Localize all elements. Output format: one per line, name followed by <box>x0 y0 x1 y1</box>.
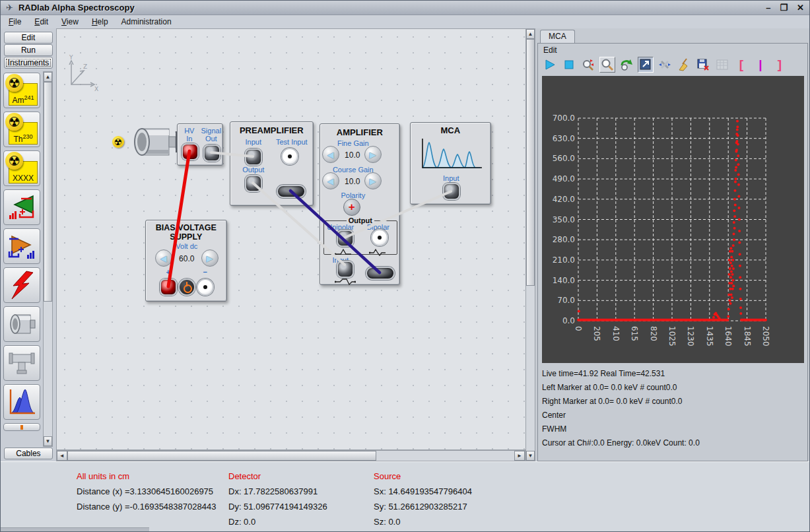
close-button[interactable]: ✕ <box>797 1 804 15</box>
palette-scroll-thumb[interactable] <box>44 82 52 302</box>
acquire-stop-button[interactable] <box>561 57 577 73</box>
mca-block[interactable]: MCA Input <box>410 122 491 205</box>
spectrum-point <box>718 317 721 319</box>
menu-administration[interactable]: Administration <box>121 17 172 26</box>
zoom-marker-button[interactable] <box>580 57 596 73</box>
canvas-hscroll-thumb[interactable] <box>67 451 376 461</box>
palette-hv-supply[interactable] <box>3 267 40 303</box>
left-marker-button[interactable]: [ <box>733 57 749 73</box>
canvas-vscroll-thumb[interactable] <box>526 39 535 286</box>
x-tick-label: 410 <box>611 326 621 341</box>
save-spectrum-button[interactable] <box>695 57 711 73</box>
palette-scroll-track[interactable] <box>44 82 52 436</box>
scroll-down-icon[interactable]: ▼ <box>44 436 52 446</box>
y-tick-label: 490.0 <box>553 174 575 183</box>
spectrum-point <box>733 209 735 212</box>
palette-detector[interactable] <box>3 306 40 342</box>
preamp-test-input-connector[interactable] <box>281 148 298 165</box>
y-tick-label: 0.0 <box>562 316 575 325</box>
course-gain-down-button[interactable]: ◀ <box>322 172 339 189</box>
x-tick-label: 2050 <box>761 326 770 347</box>
spectrum-plot: 0.070.0140.0210.0280.0350.0420.0490.0560… <box>542 76 804 363</box>
fine-gain-down-button[interactable]: ◀ <box>322 146 339 163</box>
menu-view[interactable]: View <box>61 17 79 26</box>
palette-item-partial[interactable] <box>3 423 40 431</box>
canvas-vscrollbar[interactable]: ▲ ▼ <box>525 28 535 461</box>
bias-up-button[interactable]: ▶ <box>201 249 219 267</box>
amp-power-switch[interactable] <box>366 267 395 280</box>
x-tick-label: 1230 <box>686 326 695 347</box>
cables-button[interactable]: Cables <box>4 448 53 459</box>
palette-source-custom[interactable]: XXXX☢ <box>3 150 40 186</box>
maximize-button[interactable]: ❐ <box>780 1 788 15</box>
preamplifier-block[interactable]: PREAMPLIFIER Input Test Input Output <box>230 121 314 206</box>
unipolar-connector[interactable] <box>337 230 354 247</box>
spectrum-point <box>739 265 741 267</box>
palette-source-am241[interactable]: Am241☢ <box>3 73 40 108</box>
polarity-button[interactable]: + <box>343 199 360 216</box>
y-tick-label: 210.0 <box>553 255 575 265</box>
course-gain-up-button[interactable]: ▶ <box>364 172 382 189</box>
preamp-input-connector[interactable] <box>245 149 262 166</box>
expand-plot-button[interactable] <box>638 57 654 73</box>
bipolar-connector[interactable] <box>371 229 388 246</box>
canvas-hscrollbar[interactable]: ◄ ► <box>56 450 525 461</box>
scroll-up-icon[interactable]: ▲ <box>526 29 535 39</box>
clear-spectrum-button[interactable] <box>676 57 692 73</box>
center-marker-button[interactable]: | <box>753 57 768 73</box>
menu-edit[interactable]: Edit <box>34 17 48 26</box>
detector-cylinder[interactable] <box>129 123 180 162</box>
preamp-output-connector[interactable] <box>245 175 262 192</box>
spectrum-point <box>578 310 580 313</box>
scroll-up-icon[interactable]: ▲ <box>44 72 52 82</box>
palette-mca[interactable] <box>3 384 40 420</box>
y-tick-label: 560.0 <box>553 154 575 163</box>
spectrum-point <box>731 296 733 299</box>
source-label: Th230 <box>9 133 37 144</box>
workspace-canvas[interactable]: YXZ ☢ HV In Signal Out <box>56 28 525 450</box>
hv-in-connector[interactable] <box>182 143 199 160</box>
fine-gain-up-button[interactable]: ▶ <box>364 146 382 163</box>
palette-scrollbar[interactable]: ▲ ▼ <box>43 71 53 447</box>
scroll-right-icon[interactable]: ► <box>514 451 525 461</box>
instrument-palette: Am241☢Th230☢XXXX☢ ▲ ▼ <box>2 71 55 447</box>
bias-plus-connector[interactable] <box>160 279 177 296</box>
edit-button[interactable]: Edit <box>4 32 53 44</box>
run-button[interactable]: Run <box>4 44 53 56</box>
bottom-column-line: Sy: 51.26612903285217 <box>374 502 472 512</box>
palette-source-th230[interactable]: Th230☢ <box>3 112 40 147</box>
bias-supply-block[interactable]: BIAS VOLTAGE SUPPLY Volt dc ◀ 60.0 ▶ + − <box>145 220 227 302</box>
scroll-left-icon[interactable]: ◄ <box>57 451 67 461</box>
right-marker-button[interactable]: ] <box>772 57 788 73</box>
zoom-undo-button[interactable] <box>619 57 634 73</box>
mca-edit-menu[interactable]: Edit <box>538 44 807 55</box>
canvas-vscroll-track[interactable] <box>526 39 535 451</box>
instruments-button[interactable]: Instruments <box>4 57 53 69</box>
minimize-button[interactable]: – <box>766 1 770 15</box>
palette-preamplifier[interactable] <box>3 189 40 225</box>
bottom-strip <box>1 527 149 532</box>
radiation-icon: ☢ <box>5 113 23 131</box>
tab-mca[interactable]: MCA <box>540 30 575 43</box>
bias-minus-connector[interactable] <box>197 279 214 296</box>
alpha-source-icon[interactable]: ☢ <box>112 136 124 148</box>
detector-io-block[interactable]: HV In Signal Out <box>177 123 223 166</box>
zoom-in-button[interactable] <box>599 57 615 73</box>
menu-file[interactable]: File <box>9 17 21 26</box>
calibrate-tools-button[interactable] <box>657 57 673 73</box>
spectrum-chart[interactable]: 0.070.0140.0210.0280.0350.0420.0490.0560… <box>542 76 803 363</box>
preamp-power-switch[interactable] <box>277 185 306 198</box>
mca-input-connector[interactable] <box>443 183 460 200</box>
palette-vacuum-fitting[interactable] <box>3 345 40 381</box>
acquire-start-button[interactable] <box>542 57 558 73</box>
bottom-info-panel: All units in cmDistance (x) =3.133064516… <box>1 461 809 532</box>
amp-input-connector[interactable] <box>337 261 354 278</box>
signal-out-connector[interactable] <box>203 145 220 162</box>
bias-power-button[interactable] <box>178 279 195 296</box>
palette-amplifier[interactable] <box>3 228 40 264</box>
menu-help[interactable]: Help <box>92 17 108 26</box>
bias-down-button[interactable]: ◀ <box>155 249 172 267</box>
scroll-down-icon[interactable]: ▼ <box>526 451 535 461</box>
spectrum-point <box>731 273 734 276</box>
amplifier-block[interactable]: AMPLIFIER Fine Gain ◀ 10.0 ▶ Course Gain… <box>320 123 400 285</box>
